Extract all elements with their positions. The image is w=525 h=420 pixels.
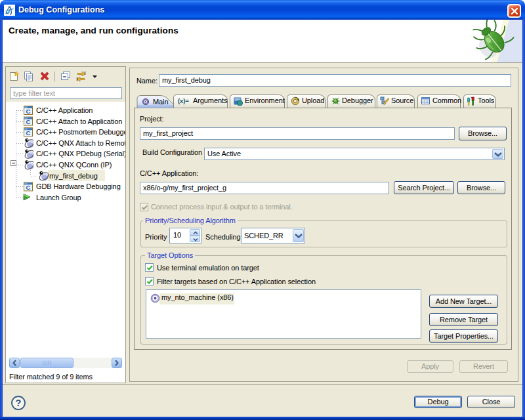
svg-text:Main: Main (153, 98, 168, 106)
svg-text:?: ? (16, 398, 22, 408)
